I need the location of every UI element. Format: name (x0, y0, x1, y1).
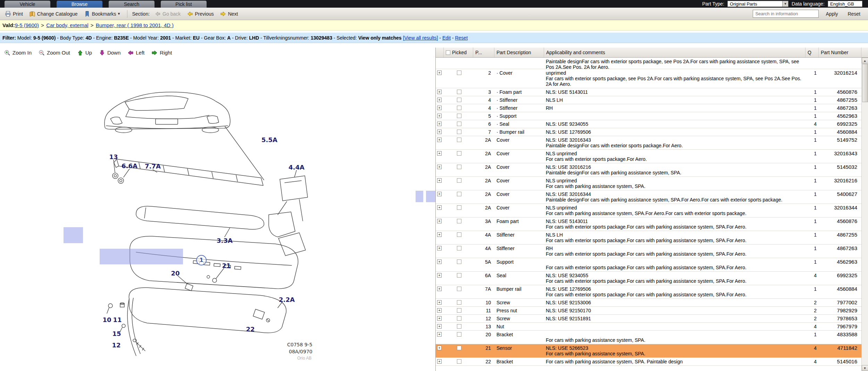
tab-vehicle[interactable]: Vehicle (5, 1, 50, 8)
reset-button[interactable]: Reset (845, 10, 863, 18)
pan-up-button[interactable]: Up (77, 50, 92, 56)
diagram-label-12[interactable]: 12 (112, 341, 120, 349)
picked-checkbox[interactable] (457, 98, 461, 102)
diagram-label-21[interactable]: 21 (222, 262, 231, 269)
header-quantity[interactable]: Q (806, 48, 819, 57)
diagram-label-3.3A[interactable]: 3.3A (217, 237, 233, 244)
diagram-label-13[interactable]: 13 (109, 153, 118, 160)
picked-checkbox[interactable] (457, 90, 461, 94)
picked-checkbox[interactable] (457, 71, 461, 75)
picked-checkbox[interactable] (457, 287, 461, 291)
breadcrumb-link[interactable]: Car body, external (46, 22, 88, 28)
zoom-in-button[interactable]: Zoom In (4, 50, 32, 56)
expand-icon[interactable]: + (437, 324, 442, 329)
filter-edit-link[interactable]: Edit (442, 35, 451, 41)
go-back-button[interactable]: Go back (152, 10, 183, 18)
table-row[interactable]: + 2A Cover NLS: USE 32016344Paintable de… (436, 190, 861, 204)
expand-icon[interactable]: + (437, 259, 442, 264)
zoom-out-button[interactable]: Zoom Out (39, 50, 70, 56)
picked-checkbox[interactable] (457, 300, 461, 305)
table-row[interactable]: + 12 Screw NLS: USE 92151891 2 7978653 (436, 315, 861, 323)
expand-icon[interactable]: + (437, 346, 442, 350)
picked-checkbox[interactable] (457, 359, 461, 364)
table-row[interactable]: + 7 · Bumper rail NLS: USE 12769506 1 45… (436, 128, 861, 136)
data-language-select[interactable]: English_GB (828, 1, 862, 7)
table-row[interactable]: + 2A Cover NLS unprimedFor cars with par… (436, 177, 861, 190)
expand-icon[interactable]: + (437, 308, 442, 313)
breadcrumb-link[interactable]: Bumper, rear ( 1998 to 2001, 4D ) (96, 22, 174, 28)
expand-icon[interactable]: + (437, 246, 442, 250)
header-position[interactable]: P... (473, 48, 494, 57)
diagram-label-20[interactable]: 20 (171, 270, 180, 277)
diagram-label-7.7A[interactable]: 7.7A (145, 163, 161, 170)
table-row[interactable]: + 4A Stiffener RHFor cars with exterior … (436, 245, 861, 258)
diagram-label-4.4A[interactable]: 4.4A (289, 164, 304, 171)
picked-checkbox[interactable] (457, 205, 461, 210)
picked-checkbox[interactable] (457, 138, 461, 142)
diagram-label-22[interactable]: 22 (246, 325, 254, 333)
diagram-label-10[interactable]: 10 (102, 316, 111, 323)
table-row[interactable]: + 11 Press nut NLS: USE 92150170 2 79829… (436, 307, 861, 315)
pan-left-button[interactable]: Left (127, 50, 144, 56)
picked-checkbox[interactable] (457, 192, 461, 196)
expand-icon[interactable]: + (437, 273, 442, 278)
scroll-down-button[interactable]: ▼ (862, 365, 868, 371)
expand-icon[interactable]: + (437, 114, 442, 118)
table-row[interactable]: + 2A Cover NLS unprimedFor cars with ext… (436, 150, 861, 163)
table-row[interactable]: + 6 · Seal NLS: USE 9234055 4 6992325 (436, 120, 861, 128)
next-button[interactable]: Next (217, 10, 241, 18)
expand-icon[interactable]: + (437, 71, 442, 75)
diagram-label-1[interactable]: 1 (196, 255, 207, 265)
picked-checkbox[interactable] (457, 232, 461, 237)
part-type-select[interactable]: Original Parts ▼ (727, 1, 788, 7)
expand-icon[interactable]: + (437, 205, 442, 210)
table-row[interactable]: + 4 · Stiffener RH 1 4867263 (436, 104, 861, 112)
header-picked[interactable]: Picked (444, 48, 473, 57)
picked-checkbox[interactable] (457, 106, 461, 110)
table-row[interactable]: + 2 · Cover unprimedFar cars with exteri… (436, 69, 861, 88)
view-all-results-link[interactable]: [View all results] (403, 35, 438, 41)
scroll-up-button[interactable]: ▲ (862, 58, 868, 64)
change-catalogue-button[interactable]: Change Catalogue (26, 10, 81, 18)
expand-icon[interactable]: + (437, 316, 442, 321)
picked-checkbox[interactable] (457, 151, 461, 156)
picked-checkbox[interactable] (457, 259, 461, 264)
expand-icon[interactable]: + (437, 90, 442, 94)
picked-checkbox[interactable] (457, 219, 461, 223)
expand-icon[interactable]: + (437, 178, 442, 183)
expand-icon[interactable]: + (437, 219, 442, 223)
chevron-down-icon[interactable]: ▼ (782, 1, 788, 7)
search-in-information-input[interactable] (753, 10, 819, 18)
tab-search[interactable]: Search (109, 1, 155, 8)
scrollbar-thumb[interactable] (862, 64, 868, 102)
picked-checkbox[interactable] (457, 122, 461, 126)
table-row[interactable]: + 3 · Foam part NLS: USE 5143011 1 45608… (436, 88, 861, 96)
picked-checkbox[interactable] (457, 346, 461, 350)
picked-checkbox[interactable] (457, 114, 461, 118)
picked-checkbox[interactable] (457, 165, 461, 169)
pan-down-button[interactable]: Down (99, 50, 120, 56)
picked-checkbox[interactable] (457, 273, 461, 278)
diagram-label-15[interactable]: 15 (112, 330, 121, 337)
expand-icon[interactable]: + (437, 332, 442, 337)
table-row[interactable]: + 4A Stiffener NLS LHFor cars with exter… (436, 231, 861, 245)
table-row-partial[interactable]: Paintable designFar cars with exterior s… (436, 58, 861, 69)
diagram-label-11[interactable]: 11 (113, 316, 122, 323)
expand-icon[interactable]: + (437, 122, 442, 126)
expand-icon[interactable]: + (437, 165, 442, 169)
expand-icon[interactable]: + (437, 130, 442, 134)
diagram-label-6.6A[interactable]: 6.6A (122, 162, 137, 170)
expand-icon[interactable]: + (437, 232, 442, 237)
header-part-number[interactable]: Part Number (819, 48, 861, 57)
table-row[interactable]: + 10 Screw NLS: USE 92153006 2 7977002 (436, 299, 861, 307)
expand-icon[interactable]: + (437, 106, 442, 110)
table-row[interactable]: + 7A Bumper rail NLS: USE 12769506For ca… (436, 285, 861, 299)
print-button[interactable]: Print (2, 10, 26, 18)
breadcrumb-link[interactable]: 9-5 (9600) (15, 22, 39, 28)
picked-checkbox[interactable] (457, 308, 461, 313)
table-row[interactable]: + 2A Cover NLS: USE 32016343Paintable de… (436, 136, 861, 150)
expand-icon[interactable]: + (437, 98, 442, 102)
table-row[interactable]: + 20 Bracket For cars with parking assis… (436, 331, 861, 344)
tab-picklist[interactable]: Pick list (161, 1, 207, 8)
picked-checkbox[interactable] (457, 324, 461, 329)
